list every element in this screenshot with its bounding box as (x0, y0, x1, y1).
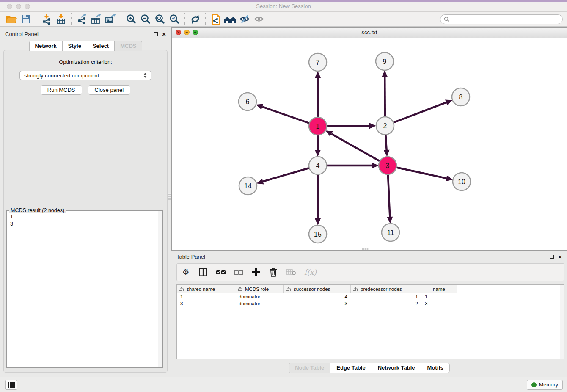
import-table-icon (55, 14, 66, 25)
result-scrollbar[interactable] (158, 211, 162, 367)
delete-table-button[interactable] (286, 267, 296, 278)
zoom-in-button[interactable] (124, 13, 138, 25)
table-cell[interactable]: 1 (421, 294, 457, 299)
network-canvas[interactable]: 7968124314101511 (172, 38, 567, 250)
column-browse-button[interactable] (198, 267, 208, 278)
table-cell[interactable]: dominator (235, 294, 284, 299)
tab-node-table[interactable]: Node Table (289, 363, 330, 373)
function-builder-button[interactable]: f(x) (304, 267, 317, 278)
new-network-from-selection-button[interactable] (209, 13, 223, 25)
open-file-button[interactable] (4, 13, 19, 25)
tab-style[interactable]: Style (62, 41, 87, 51)
result-item[interactable]: 1 (10, 213, 157, 221)
task-history-button[interactable] (5, 380, 17, 390)
column-header-shared-name[interactable]: shared name (177, 285, 235, 293)
search-box[interactable] (440, 14, 563, 24)
node-8[interactable]: 8 (452, 88, 470, 106)
vertical-splitter-grip[interactable] (168, 193, 171, 200)
close-table-panel-icon[interactable]: × (558, 255, 562, 259)
table-row[interactable]: 1dominator411 (177, 293, 564, 300)
import-network-button[interactable] (39, 13, 54, 25)
network-window-titlebar[interactable]: × − + scc.txt (172, 28, 567, 38)
save-session-icon (21, 14, 30, 24)
tab-select[interactable]: Select (87, 41, 115, 51)
network-graph: 7968124314101511 (172, 38, 567, 251)
run-mcds-button[interactable]: Run MCDS (41, 85, 82, 95)
select-all-button[interactable] (216, 267, 226, 278)
network-window-title: scc.txt (172, 29, 567, 36)
first-neighbors-button[interactable] (223, 13, 237, 25)
node-3[interactable]: 3 (379, 157, 396, 174)
node-9[interactable]: 9 (376, 52, 394, 70)
edge-2-8[interactable] (385, 102, 446, 126)
show-all-button[interactable] (252, 13, 266, 25)
gear-button[interactable]: ⚙ (181, 267, 190, 278)
column-type-icon (353, 287, 358, 291)
add-column-icon (252, 268, 260, 276)
float-table-panel-icon[interactable] (550, 255, 554, 259)
node-7[interactable]: 7 (309, 53, 327, 71)
close-panel-icon[interactable]: × (162, 32, 166, 36)
table-scrollbar[interactable] (560, 285, 564, 359)
zoom-out-button[interactable] (138, 13, 153, 25)
table-panel-title: Table Panel (176, 254, 550, 260)
import-table-button[interactable] (54, 13, 68, 25)
table-cell[interactable]: 1 (351, 294, 421, 299)
node-10[interactable]: 10 (453, 173, 471, 190)
edge-3-1[interactable] (331, 134, 388, 166)
criterion-value: strongly connected component (24, 72, 99, 79)
export-table-button[interactable] (89, 13, 103, 25)
zoom-out-icon (140, 14, 151, 24)
column-header-successor-nodes[interactable]: successor nodes (284, 285, 351, 293)
control-panel-title: Control Panel (5, 31, 154, 37)
node-15[interactable]: 15 (309, 225, 327, 243)
table-row[interactable]: 3dominator323 (177, 300, 564, 307)
export-network-button[interactable] (74, 13, 89, 25)
tab-motifs[interactable]: Motifs (421, 363, 449, 373)
mcds-result-list[interactable]: 13 (10, 213, 157, 366)
save-session-button[interactable] (19, 13, 33, 25)
memory-button[interactable]: Memory (527, 380, 563, 390)
node-2[interactable]: 2 (376, 117, 394, 135)
hide-selected-button[interactable] (237, 13, 252, 25)
node-14[interactable]: 14 (239, 177, 257, 195)
zoom-selected-button[interactable] (167, 13, 182, 25)
table-cell[interactable]: 3 (284, 301, 351, 306)
result-item[interactable]: 3 (10, 221, 157, 228)
tab-network[interactable]: Network (29, 41, 63, 51)
toolbar-separator (36, 13, 36, 25)
apply-layout-button[interactable] (188, 13, 202, 25)
main-toolbar (0, 12, 567, 27)
float-panel-icon[interactable] (154, 32, 158, 36)
tab-edge-table[interactable]: Edge Table (330, 363, 371, 373)
close-panel-button[interactable]: Close panel (88, 85, 131, 95)
table-cell[interactable]: 4 (284, 294, 351, 299)
table-cell[interactable]: 3 (177, 301, 235, 306)
status-bar: Memory (0, 377, 567, 392)
tab-mcds[interactable]: MCDS (114, 41, 142, 51)
node-1[interactable]: 1 (309, 117, 327, 135)
zoom-fit-button[interactable] (153, 13, 167, 25)
export-image-button[interactable] (103, 13, 118, 25)
deselect-all-button[interactable] (234, 267, 243, 278)
table-cell[interactable]: 3 (421, 301, 457, 306)
criterion-dropdown[interactable]: strongly connected component (19, 71, 151, 80)
tab-network-table[interactable]: Network Table (372, 363, 421, 373)
column-type-icon (179, 287, 184, 291)
table-cell[interactable]: 1 (177, 294, 235, 299)
horizontal-splitter-grip[interactable] (362, 248, 369, 250)
svg-text:1: 1 (316, 123, 320, 130)
delete-table-icon (286, 269, 296, 276)
table-cell[interactable]: 2 (351, 301, 421, 306)
column-header-mcds-role[interactable]: MCDS role (235, 285, 284, 293)
column-header-predecessor-nodes[interactable]: predecessor nodes (351, 285, 421, 293)
add-column-button[interactable] (251, 267, 261, 278)
node-11[interactable]: 11 (382, 224, 399, 241)
delete-column-button[interactable] (269, 267, 278, 278)
table-cell[interactable]: dominator (235, 301, 284, 306)
column-header-name[interactable]: name (421, 285, 457, 293)
open-file-icon (6, 14, 17, 24)
node-6[interactable]: 6 (239, 93, 256, 110)
node-4[interactable]: 4 (309, 157, 327, 174)
search-input[interactable] (451, 16, 559, 22)
